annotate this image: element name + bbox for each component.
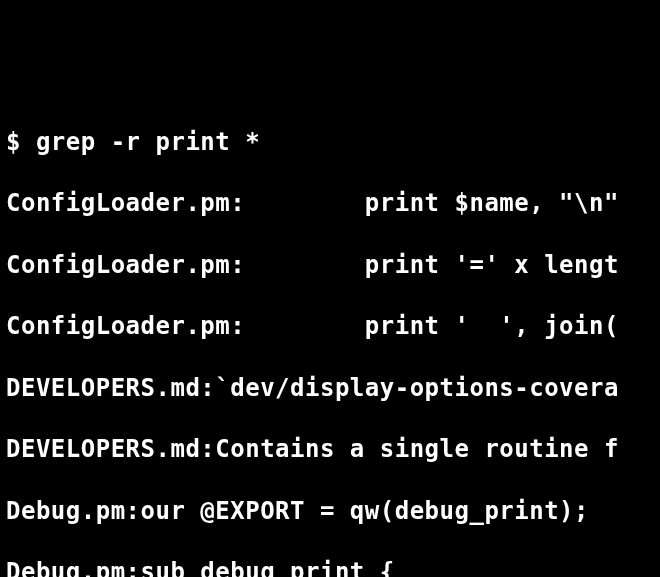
output-line: ConfigLoader.pm: print '=' x lengt	[6, 250, 654, 281]
output-line: DEVELOPERS.md:Contains a single routine …	[6, 434, 654, 465]
output-line: ConfigLoader.pm: print $name, "\n"	[6, 188, 654, 219]
output-line: Debug.pm:sub debug_print {	[6, 557, 654, 577]
shell-prompt: $	[6, 128, 36, 156]
command-line[interactable]: $ grep -r print *	[6, 127, 654, 158]
command-text: grep -r print *	[36, 128, 260, 156]
output-line: Debug.pm:our @EXPORT = qw(debug_print);	[6, 496, 654, 527]
output-line: ConfigLoader.pm: print ' ', join(	[6, 311, 654, 342]
output-line: DEVELOPERS.md:`dev/display-options-cover…	[6, 373, 654, 404]
